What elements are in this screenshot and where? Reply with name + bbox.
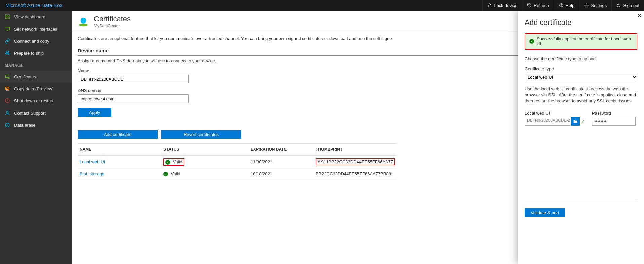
brand: Microsoft Azure Data Box xyxy=(0,0,356,11)
cert-thumbprint: BB22CC33DD44EE55FF66AA77BB88 xyxy=(314,168,397,179)
success-text: Successfully applied the certificate for… xyxy=(537,36,633,46)
password-input[interactable] xyxy=(592,117,636,126)
file-name-field[interactable]: DBTest-20200ABCDE-2 xyxy=(525,117,570,126)
sidebar-section-manage: MANAGE xyxy=(0,59,72,71)
cert-icon xyxy=(5,74,10,79)
refresh-icon xyxy=(527,3,532,8)
sidebar-item-label: Connect and copy xyxy=(14,39,49,44)
ship-icon xyxy=(5,50,10,56)
certificates-table: NAME STATUS EXPIRATION DATE THUMBPRINT L… xyxy=(78,143,397,179)
power-icon xyxy=(5,98,10,103)
col-name: NAME xyxy=(78,144,161,156)
browse-file-button[interactable] xyxy=(571,117,580,126)
sidebar-item-label: Copy data (Preview) xyxy=(14,86,54,91)
erase-icon xyxy=(5,122,10,128)
folder-icon xyxy=(573,119,578,124)
refresh-button[interactable]: Refresh xyxy=(522,0,554,11)
gear-icon xyxy=(584,3,589,8)
revert-certificates-button[interactable]: Revert certificates xyxy=(161,130,241,139)
svg-point-2 xyxy=(561,6,561,7)
close-icon[interactable]: ✕ xyxy=(637,12,642,19)
topbar-actions: Lock device Refresh Help Settings Sign o… xyxy=(482,0,644,11)
sidebar-item-erase[interactable]: Data erase xyxy=(0,119,72,131)
signout-button[interactable]: Sign out xyxy=(611,0,644,11)
cert-expiration: 10/18/2021 xyxy=(249,168,314,179)
sidebar-item-label: Certificates xyxy=(14,74,36,79)
col-exp: EXPIRATION DATE xyxy=(249,144,314,156)
validate-add-button[interactable]: Validate & add xyxy=(525,208,565,217)
sidebar: View dashboard Set network interfaces Co… xyxy=(0,11,72,264)
lock-device-button[interactable]: Lock device xyxy=(482,0,522,11)
cert-link[interactable]: Local web UI xyxy=(80,159,105,164)
lock-icon xyxy=(487,3,492,8)
success-message: ✓ Successfully applied the certificate f… xyxy=(525,33,637,50)
sidebar-item-power[interactable]: Shut down or restart xyxy=(0,95,72,107)
help-icon xyxy=(559,3,564,8)
chain-icon xyxy=(5,38,10,44)
svg-rect-0 xyxy=(488,5,491,7)
add-certificate-button[interactable]: Add certificate xyxy=(78,130,158,139)
svg-point-14 xyxy=(6,111,8,113)
lock-device-label: Lock device xyxy=(494,3,517,8)
check-icon: ✓ xyxy=(529,39,534,44)
sidebar-item-ship[interactable]: Prepare to ship xyxy=(0,47,72,59)
svg-rect-8 xyxy=(5,27,9,30)
cert-type-select[interactable]: Local web UI xyxy=(525,73,637,81)
svg-point-17 xyxy=(81,18,86,24)
sidebar-item-label: Data erase xyxy=(14,123,36,128)
table-row: Blob storage ✓ Valid 10/18/2021 BB22CC33… xyxy=(78,168,397,179)
table-row: Local web UI ✓ Valid 11/30/2021 AA11BB22… xyxy=(78,156,397,169)
svg-point-16 xyxy=(79,24,88,27)
sidebar-item-copy[interactable]: Copy data (Preview) xyxy=(0,83,72,95)
certificates-page-icon xyxy=(78,16,89,27)
page-title: Certificates xyxy=(94,15,131,24)
svg-rect-4 xyxy=(5,15,7,16)
cert-link[interactable]: Blob storage xyxy=(80,171,104,176)
sidebar-item-label: Prepare to ship xyxy=(14,51,44,56)
apply-button[interactable]: Apply xyxy=(78,108,111,117)
settings-label: Settings xyxy=(591,3,607,8)
file-valid-check-icon: ✓ xyxy=(581,119,585,124)
cert-status: ✓ Valid xyxy=(161,156,249,169)
page-subtitle: MyDataCenter xyxy=(94,24,131,28)
signout-label: Sign out xyxy=(623,3,639,8)
svg-point-3 xyxy=(586,5,588,6)
network-icon xyxy=(5,26,10,32)
cert-status: ✓ Valid xyxy=(161,168,249,179)
help-button[interactable]: Help xyxy=(554,0,579,11)
sidebar-item-network[interactable]: Set network interfaces xyxy=(0,23,72,35)
topbar: Microsoft Azure Data Box Lock device Ref… xyxy=(0,0,644,11)
svg-rect-12 xyxy=(6,87,8,90)
sidebar-item-cert[interactable]: Certificates xyxy=(0,71,72,83)
add-certificate-panel: ✕ Add certificate ✓ Successfully applied… xyxy=(518,11,644,264)
svg-point-10 xyxy=(8,77,9,79)
help-label: Help xyxy=(566,3,575,8)
settings-button[interactable]: Settings xyxy=(579,0,611,11)
svg-rect-5 xyxy=(8,15,9,16)
cert-type-label: Certificate type xyxy=(525,66,637,71)
sidebar-item-chain[interactable]: Connect and copy xyxy=(0,35,72,47)
file-label: Local web UI xyxy=(525,111,585,116)
dashboard-icon xyxy=(5,14,10,19)
power-icon xyxy=(616,3,621,8)
name-input[interactable] xyxy=(78,75,189,83)
sidebar-item-label: Contact Support xyxy=(14,111,46,116)
refresh-label: Refresh xyxy=(534,3,549,8)
svg-rect-6 xyxy=(5,17,7,19)
dns-input[interactable] xyxy=(78,94,189,103)
password-label: Password xyxy=(592,111,637,116)
col-status: STATUS xyxy=(161,144,249,156)
sidebar-item-dashboard[interactable]: View dashboard xyxy=(0,11,72,23)
copy-icon xyxy=(5,86,10,91)
support-icon xyxy=(5,110,10,116)
choose-text: Choose the certificate type to upload. xyxy=(525,56,637,61)
panel-title: Add certificate xyxy=(525,18,637,27)
cert-thumbprint: AA11BB22CC33DD44EE55FF66AA77 xyxy=(314,156,397,169)
sidebar-item-support[interactable]: Contact Support xyxy=(0,107,72,119)
svg-rect-11 xyxy=(6,88,9,90)
sidebar-item-label: View dashboard xyxy=(14,14,45,19)
sidebar-item-label: Shut down or restart xyxy=(14,98,53,103)
sidebar-item-label: Set network interfaces xyxy=(14,27,58,32)
cert-expiration: 11/30/2021 xyxy=(249,156,314,169)
col-thumb: THUMBPRINT xyxy=(314,144,397,156)
